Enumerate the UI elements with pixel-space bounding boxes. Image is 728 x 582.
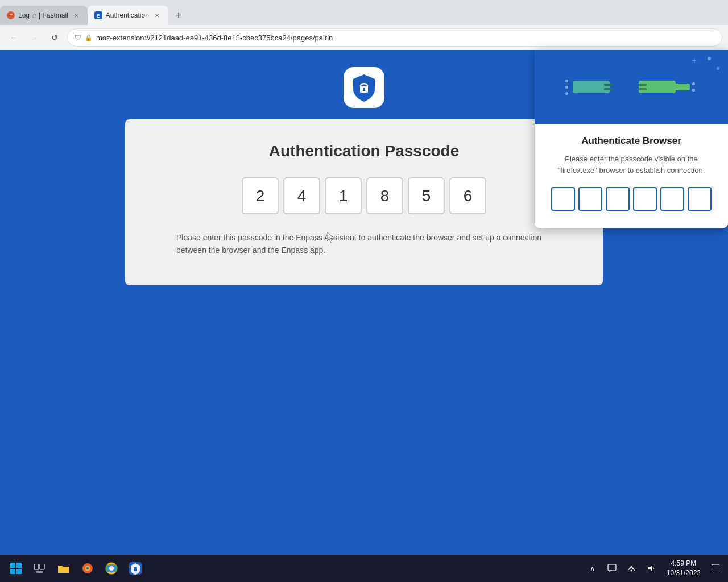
clock-date: 10/31/2022 bbox=[667, 568, 701, 578]
browser-chrome: F Log in | Fastmail ✕ E Authentication ✕… bbox=[0, 0, 728, 50]
page-content: Authentication Passcode 2 4 1 8 5 6 Plea… bbox=[0, 50, 728, 582]
passcode-digit-6: 6 bbox=[449, 177, 486, 214]
popup-passcode-box-4[interactable] bbox=[633, 187, 657, 211]
svg-rect-8 bbox=[604, 84, 613, 86]
clock-area[interactable]: 4:59 PM 10/31/2022 bbox=[662, 559, 705, 578]
fastmail-favicon: F bbox=[7, 11, 15, 19]
dot-5 bbox=[692, 89, 695, 92]
tray-network[interactable] bbox=[622, 559, 640, 577]
passcode-boxes: 2 4 1 8 5 6 bbox=[242, 177, 486, 214]
shield-icon: 🛡 bbox=[75, 34, 81, 41]
tab-authentication-close[interactable]: ✕ bbox=[152, 11, 162, 20]
dot-3 bbox=[565, 92, 568, 95]
svg-rect-10 bbox=[639, 81, 676, 93]
svg-rect-34 bbox=[712, 564, 719, 572]
popup-header: + bbox=[535, 50, 728, 124]
new-tab-button[interactable]: + bbox=[171, 7, 187, 23]
svg-rect-15 bbox=[16, 563, 22, 568]
svg-rect-31 bbox=[134, 568, 137, 571]
connector-illustration bbox=[565, 76, 697, 98]
tab-fastmail-label: Log in | Fastmail bbox=[18, 11, 68, 19]
back-button[interactable]: ← bbox=[6, 30, 22, 45]
passcode-digit-5: 5 bbox=[408, 177, 445, 214]
svg-rect-7 bbox=[573, 81, 610, 93]
popup-plus-icon: + bbox=[692, 56, 697, 65]
svg-rect-14 bbox=[10, 563, 15, 568]
svg-rect-18 bbox=[34, 564, 39, 569]
tab-bar: F Log in | Fastmail ✕ E Authentication ✕… bbox=[0, 0, 728, 25]
dot-4 bbox=[692, 82, 695, 85]
svg-rect-21 bbox=[58, 567, 69, 573]
popup-description: Please enter the passcode visible on the… bbox=[546, 153, 717, 176]
svg-rect-19 bbox=[40, 564, 44, 569]
svg-rect-32 bbox=[608, 564, 616, 571]
svg-text:F: F bbox=[9, 13, 13, 19]
logo-area bbox=[344, 67, 384, 108]
svg-rect-9 bbox=[604, 88, 613, 90]
auth-title: Authentication Passcode bbox=[269, 142, 460, 160]
dot-2 bbox=[565, 86, 568, 89]
tray-volume[interactable] bbox=[642, 559, 660, 577]
popup-passcode-box-5[interactable] bbox=[660, 187, 684, 211]
auth-card: Authentication Passcode 2 4 1 8 5 6 Plea… bbox=[125, 119, 603, 285]
tab-authentication[interactable]: E Authentication ✕ bbox=[88, 6, 168, 25]
auth-description: Please enter this passcode in the Enpass… bbox=[176, 231, 552, 257]
popup-dot-top bbox=[708, 57, 711, 60]
enpass-taskbar-button[interactable] bbox=[124, 557, 147, 580]
svg-text:E: E bbox=[97, 13, 100, 19]
popup-title: Authenticate Browser bbox=[546, 135, 717, 147]
start-button[interactable] bbox=[5, 557, 27, 580]
popup-passcode-box-2[interactable] bbox=[578, 187, 602, 211]
svg-rect-12 bbox=[639, 88, 647, 90]
address-bar[interactable]: 🛡 🔒 moz-extension://2121daad-ea91-436d-8… bbox=[67, 28, 722, 47]
notification-button[interactable] bbox=[708, 557, 723, 580]
connector-dots-right bbox=[692, 82, 695, 92]
tab-fastmail[interactable]: F Log in | Fastmail ✕ bbox=[0, 6, 88, 25]
taskbar-left bbox=[5, 557, 147, 580]
tab-fastmail-close[interactable]: ✕ bbox=[72, 11, 81, 20]
svg-point-29 bbox=[109, 566, 114, 571]
nav-bar: ← → ↺ 🛡 🔒 moz-extension://2121daad-ea91-… bbox=[0, 25, 728, 50]
firefox-button[interactable] bbox=[76, 557, 99, 580]
clock-time: 4:59 PM bbox=[671, 559, 697, 568]
passcode-digit-2: 4 bbox=[283, 177, 320, 214]
popup-dot-right bbox=[717, 67, 719, 70]
tray-chevron[interactable]: ∧ bbox=[584, 559, 602, 577]
svg-rect-13 bbox=[674, 84, 690, 90]
svg-rect-16 bbox=[10, 569, 15, 574]
svg-rect-20 bbox=[36, 571, 43, 573]
system-tray: ∧ bbox=[584, 559, 660, 577]
svg-rect-11 bbox=[639, 84, 647, 86]
popup-passcode-box-6[interactable] bbox=[688, 187, 712, 211]
svg-point-33 bbox=[630, 570, 632, 572]
svg-rect-6 bbox=[363, 89, 365, 91]
address-url: moz-extension://2121daad-ea91-436d-8e18-… bbox=[96, 34, 333, 42]
plug-left-svg bbox=[573, 76, 624, 98]
forward-button[interactable]: → bbox=[26, 30, 42, 45]
popup-passcode-box-3[interactable] bbox=[606, 187, 630, 211]
dot-1 bbox=[565, 80, 568, 82]
popup-passcode-boxes bbox=[546, 187, 717, 211]
popup-passcode-box-1[interactable] bbox=[551, 187, 575, 211]
connector-dots-left bbox=[565, 80, 568, 95]
svg-rect-17 bbox=[16, 569, 22, 574]
taskbar: ∧ 4:59 PM 10/31/2022 bbox=[0, 555, 728, 582]
taskbar-right: ∧ 4:59 PM 10/31/2022 bbox=[584, 557, 723, 580]
task-view-button[interactable] bbox=[28, 557, 51, 580]
svg-point-24 bbox=[86, 567, 89, 569]
passcode-digit-1: 2 bbox=[242, 177, 279, 214]
passcode-digit-3: 1 bbox=[325, 177, 362, 214]
file-explorer-button[interactable] bbox=[52, 557, 75, 580]
plug-right-svg bbox=[633, 76, 690, 98]
chrome-button[interactable] bbox=[100, 557, 123, 580]
enpass-favicon: E bbox=[94, 11, 102, 19]
enpass-logo bbox=[344, 67, 384, 108]
extension-popup: + bbox=[535, 50, 728, 228]
lock-icon: 🔒 bbox=[85, 34, 93, 41]
reload-button[interactable]: ↺ bbox=[47, 30, 63, 45]
tray-chat[interactable] bbox=[603, 559, 621, 577]
popup-body: Authenticate Browser Please enter the pa… bbox=[535, 124, 728, 228]
passcode-digit-4: 8 bbox=[366, 177, 403, 214]
tab-authentication-label: Authentication bbox=[106, 11, 149, 19]
